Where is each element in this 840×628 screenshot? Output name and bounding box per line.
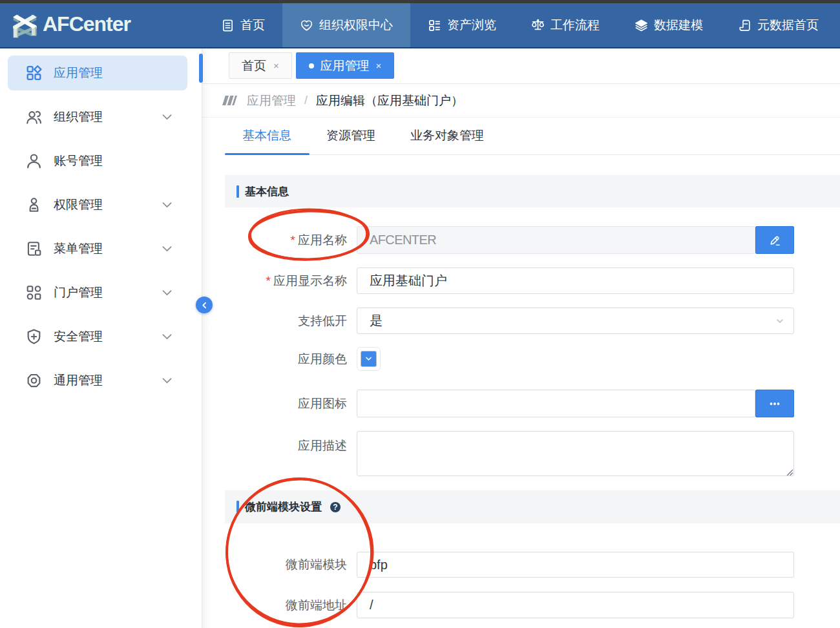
nav-item-home[interactable]: 首页	[204, 3, 282, 47]
heart-icon	[300, 19, 313, 32]
sidebar-collapse-button[interactable]	[196, 297, 213, 313]
appstore-icon	[25, 65, 43, 82]
form-area: 基本信息 *应用名称 *应用显示名称 支持低开	[202, 155, 840, 628]
app-desc-textarea[interactable]	[357, 431, 794, 476]
chevron-down-icon	[162, 244, 173, 255]
brand-name: AFCenter	[43, 12, 131, 36]
sidebar-item-general-management[interactable]: 通用管理	[8, 363, 187, 398]
field-label: 应用描述	[202, 431, 347, 461]
micro-address-input[interactable]	[357, 592, 794, 618]
brand-logo[interactable]: AFCenter	[13, 10, 131, 38]
breadcrumb-section[interactable]: 应用管理	[247, 92, 296, 109]
nav-item-label: 元数据首页	[757, 17, 819, 34]
sidebar-item-label: 通用管理	[54, 372, 103, 389]
app-name-input[interactable]	[357, 226, 755, 254]
asset-list-icon	[428, 19, 441, 32]
ellipsis-icon	[768, 397, 782, 411]
layers-icon	[635, 19, 648, 32]
section-accent-bar	[236, 185, 239, 198]
page-tabs: 基本信息 资源管理 业务对象管理	[202, 118, 840, 155]
page: AFCenter 首页 组织权限中心	[0, 0, 840, 628]
chevron-down-icon	[364, 355, 373, 363]
edit-app-name-button[interactable]	[755, 226, 794, 254]
display-name-input[interactable]	[357, 267, 794, 294]
breadcrumb-bars-icon	[222, 95, 237, 106]
sidebar-item-org-management[interactable]: 组织管理	[8, 99, 187, 134]
field-label: *应用名称	[202, 226, 347, 254]
field-label: 微前端模块	[202, 552, 347, 578]
browse-icon-button[interactable]	[755, 390, 794, 417]
chevron-down-icon	[162, 375, 173, 386]
section-accent-bar	[236, 501, 239, 513]
field-label: 应用颜色	[202, 347, 347, 371]
tab-basic-info[interactable]: 基本信息	[225, 118, 309, 153]
doc-tab-home[interactable]: 首页 ×	[229, 52, 292, 79]
section-title: 基本信息	[245, 184, 289, 199]
document-tab-bar: 首页 × 应用管理 ×	[202, 48, 840, 84]
field-label: *应用显示名称	[202, 267, 347, 294]
tab-resource-management[interactable]: 资源管理	[309, 118, 393, 153]
sidebar-item-label: 账号管理	[54, 152, 103, 169]
chevron-down-icon	[162, 112, 173, 123]
sidebar-item-account-management[interactable]: 账号管理	[8, 143, 187, 178]
nut-icon	[25, 372, 43, 390]
permission-icon	[25, 196, 43, 214]
nav-item-label: 组织权限中心	[319, 17, 393, 34]
workflow-icon	[531, 19, 545, 32]
tab-scroll-indicator[interactable]	[199, 54, 203, 83]
active-dot-icon	[309, 63, 314, 68]
sidebar-item-app-management[interactable]: 应用管理	[8, 56, 187, 90]
section-header-micro-frontend: 微前端模块设置 ?	[225, 490, 840, 523]
sidebar-item-label: 安全管理	[54, 328, 103, 345]
tab-business-object-management[interactable]: 业务对象管理	[393, 118, 501, 153]
doc-tab-app-management[interactable]: 应用管理 ×	[296, 52, 394, 79]
nav-item-asset-browse[interactable]: 资产浏览	[410, 3, 514, 47]
field-label: 支持低开	[202, 308, 347, 334]
app-icon-input[interactable]	[357, 390, 755, 417]
doc-tab-label: 首页	[242, 58, 266, 74]
portal-icon	[25, 284, 43, 302]
scroll-icon	[738, 19, 751, 32]
nav-item-label: 首页	[240, 17, 265, 34]
sidebar-item-permission-management[interactable]: 权限管理	[8, 187, 187, 222]
sidebar-item-label: 组织管理	[54, 109, 103, 125]
nav-item-label: 工作流程	[551, 17, 600, 34]
shield-plus-icon	[25, 328, 43, 346]
sidebar-item-label: 应用管理	[54, 65, 103, 81]
color-picker-trigger[interactable]	[357, 347, 381, 371]
required-mark: *	[291, 233, 295, 247]
sidebar: 应用管理 组织管理 账号管理	[0, 48, 202, 628]
afcenter-logo-icon	[13, 10, 37, 38]
chevron-down-icon	[162, 331, 173, 342]
close-icon[interactable]: ×	[376, 61, 382, 70]
section-header-basic-info: 基本信息	[225, 175, 840, 207]
pencil-icon	[768, 233, 782, 247]
nav-item-data-modeling[interactable]: 数据建模	[617, 3, 720, 47]
sidebar-item-label: 门户管理	[54, 284, 103, 301]
breadcrumb-separator: /	[304, 94, 308, 107]
nav-item-metadata-home[interactable]: 元数据首页	[720, 3, 836, 47]
nav-item-label: 资产浏览	[447, 17, 496, 34]
micro-module-input[interactable]	[357, 552, 794, 578]
sidebar-item-portal-management[interactable]: 门户管理	[8, 275, 187, 310]
nav-item-workflow[interactable]: 工作流程	[514, 3, 617, 47]
sidebar-item-security-management[interactable]: 安全管理	[8, 319, 187, 354]
low-code-select[interactable]: 是	[357, 308, 794, 334]
nav-item-org-permission-center[interactable]: 组织权限中心	[282, 3, 410, 47]
sidebar-item-menu-management[interactable]: 菜单管理	[8, 231, 187, 266]
required-mark: *	[266, 274, 271, 288]
team-icon	[25, 109, 43, 126]
nav-item-label: 数据建模	[654, 17, 703, 34]
help-question-icon[interactable]: ?	[330, 502, 341, 512]
color-swatch	[361, 351, 376, 366]
close-icon[interactable]: ×	[273, 61, 279, 70]
sidebar-item-label: 权限管理	[54, 196, 103, 213]
user-icon	[25, 152, 43, 170]
breadcrumb-current: 应用编辑（应用基础门户）	[316, 92, 463, 109]
document-icon	[221, 19, 235, 32]
section-title: 微前端模块设置	[245, 499, 322, 514]
sidebar-item-label: 菜单管理	[54, 240, 103, 257]
breadcrumb: 应用管理 / 应用编辑（应用基础门户）	[202, 84, 840, 118]
doc-tab-label: 应用管理	[320, 58, 370, 74]
main-navigation: 首页 组织权限中心 资产浏览	[204, 3, 836, 47]
